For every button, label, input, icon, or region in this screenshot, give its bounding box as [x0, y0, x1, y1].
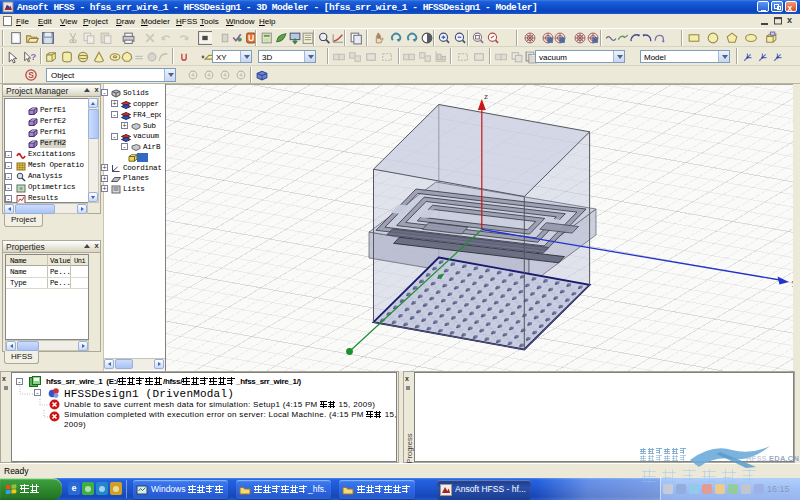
svg-text:z: z — [484, 92, 488, 101]
svg-text:S: S — [28, 70, 34, 80]
svg-text:U: U — [248, 33, 254, 43]
svg-text:?: ? — [31, 51, 36, 62]
svg-text:y: y — [792, 278, 793, 287]
